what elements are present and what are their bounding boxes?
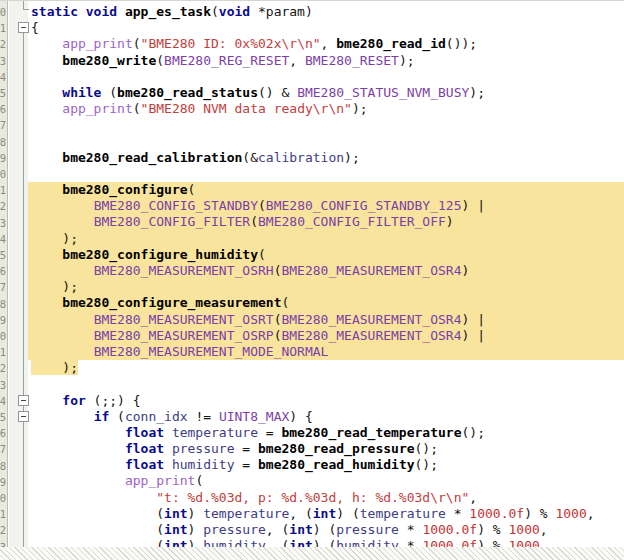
token-pl [31,490,156,505]
token-pl [164,441,172,456]
token-pl: ); [399,53,415,68]
code-line[interactable] [28,166,624,182]
token-macro: BME280_MEASUREMENT_OSR4 [281,328,461,343]
fold-line-stub [23,1,24,9]
token-kw: int [313,506,336,521]
code-line[interactable]: BME280_MEASUREMENT_OSRH(BME280_MEASUREME… [28,263,624,279]
code-line[interactable]: bme280_configure_humidity( [28,247,624,263]
line-number: 72 [0,360,6,376]
code-line[interactable]: "t: %d.%03d, p: %d.%03d, h: %d.%03d\r\n"… [28,490,624,506]
token-pl: ); [352,101,368,116]
code-line[interactable]: { [28,20,624,36]
fold-line-end-tick [23,9,29,10]
code-line[interactable]: ); [28,231,624,247]
code-line[interactable]: bme280_configure( [28,182,624,198]
token-pl [31,344,94,359]
token-pl [31,328,94,343]
token-pl: ( [133,101,141,116]
token-macro: BME280_STATUS_NVM_BUSY [297,85,469,100]
line-number: 82 [0,522,6,538]
token-macro: BME280_MEASUREMENT_MODE_NORMAL [94,344,329,359]
line-number: 70 [0,328,6,344]
token-var: temperature [172,425,258,440]
token-pl: ( [188,182,196,197]
code-line[interactable]: app_print( [28,473,624,489]
line-number: 74 [0,393,6,409]
code-area[interactable]: static void app_es_task(void *param){ ap… [28,1,624,560]
code-line[interactable]: ); [28,360,624,376]
line-number: 65 [0,247,6,263]
fold-margin[interactable] [9,1,28,560]
token-pl: ) ( [313,522,336,537]
token-kw: float [125,441,164,456]
token-num: 1000 [509,522,540,537]
fold-toggle[interactable] [18,22,29,33]
line-number: 66 [0,263,6,279]
token-pl [31,312,94,327]
code-line[interactable]: while (bme280_read_status() & BME280_STA… [28,85,624,101]
code-line[interactable]: float humidity = bme280_read_humidity(); [28,457,624,473]
token-fn: bme280_read_humidity [258,457,415,472]
code-line[interactable]: bme280_read_calibration(&calibration); [28,150,624,166]
token-str: "BME280 ID: 0x%02x\r\n" [141,36,321,51]
token-var: pressure [172,441,235,456]
code-line[interactable]: app_print("BME280 NVM data ready\r\n"); [28,101,624,117]
fold-toggle[interactable] [18,395,29,406]
code-line[interactable]: float temperature = bme280_read_temperat… [28,425,624,441]
token-pl: (); [461,425,484,440]
token-pl [31,101,62,116]
code-line[interactable]: bme280_configure_measurement( [28,295,624,311]
token-pl [31,441,125,456]
token-pl: ( [250,214,258,229]
code-line[interactable]: static void app_es_task(void *param) [28,4,624,20]
token-pl: , [289,53,305,68]
highlight-partial: ); [31,360,78,375]
token-macro: BME280_CONFIG_FILTER_OFF [258,214,446,229]
line-number-gutter[interactable]: 5051525354555657585960616263646566676869… [0,1,8,560]
token-var: humidity [172,457,235,472]
token-pl: ) % [524,506,555,521]
token-pl: ); [31,360,78,375]
token-num: 1000 [555,506,586,521]
line-number: 68 [0,296,6,312]
token-kw: float [125,425,164,440]
token-macro: BME280_MEASUREMENT_OSR4 [281,263,461,278]
code-line[interactable]: BME280_MEASUREMENT_OSRP(BME280_MEASUREME… [28,328,624,344]
code-line[interactable]: BME280_CONFIG_STANDBY(BME280_CONFIG_STAN… [28,198,624,214]
code-line[interactable]: BME280_CONFIG_FILTER(BME280_CONFIG_FILTE… [28,214,624,230]
code-line[interactable]: float pressure = bme280_read_pressure(); [28,441,624,457]
code-line[interactable]: ); [28,279,624,295]
token-macro: BME280_CONFIG_STANDBY_125 [266,198,462,213]
fold-toggle[interactable] [18,411,29,422]
code-line[interactable]: BME280_MEASUREMENT_MODE_NORMAL [28,344,624,360]
token-num: 1000.0f [422,522,477,537]
code-line[interactable] [28,134,624,150]
code-line[interactable]: app_print("BME280 ID: 0x%02x\r\n", bme28… [28,36,624,52]
code-line[interactable]: for (;;) { [28,393,624,409]
token-pl [31,150,62,165]
token-pl: ( [156,53,164,68]
token-fn: bme280_configure_measurement [62,295,281,310]
code-line[interactable]: (int) pressure, (int) (pressure * 1000.0… [28,522,624,538]
token-call: app_print [62,101,132,116]
code-line[interactable] [28,117,624,133]
token-pl: ( [31,506,164,521]
line-number: 54 [0,69,6,85]
code-line[interactable] [28,69,624,85]
line-number: 51 [0,20,6,36]
token-var: pressure [336,522,399,537]
code-line[interactable]: BME280_MEASUREMENT_OSRT(BME280_MEASUREME… [28,312,624,328]
code-line[interactable]: (int) temperature, (int) (temperature * … [28,506,624,522]
token-fn: bme280_configure_humidity [62,247,258,262]
token-pl: ( [31,522,164,537]
token-pl: (;;) { [86,393,141,408]
token-pl: (); [415,457,438,472]
line-number: 50 [0,4,6,20]
token-pl: , ( [266,522,289,537]
token-pl: ) ( [336,506,359,521]
code-line[interactable]: bme280_write(BME280_REG_RESET, BME280_RE… [28,53,624,69]
code-line[interactable]: if (conn_idx != UINT8_MAX) { [28,409,624,425]
token-pl: (& [242,150,258,165]
token-var: calibration [258,150,344,165]
code-line[interactable] [28,376,624,392]
